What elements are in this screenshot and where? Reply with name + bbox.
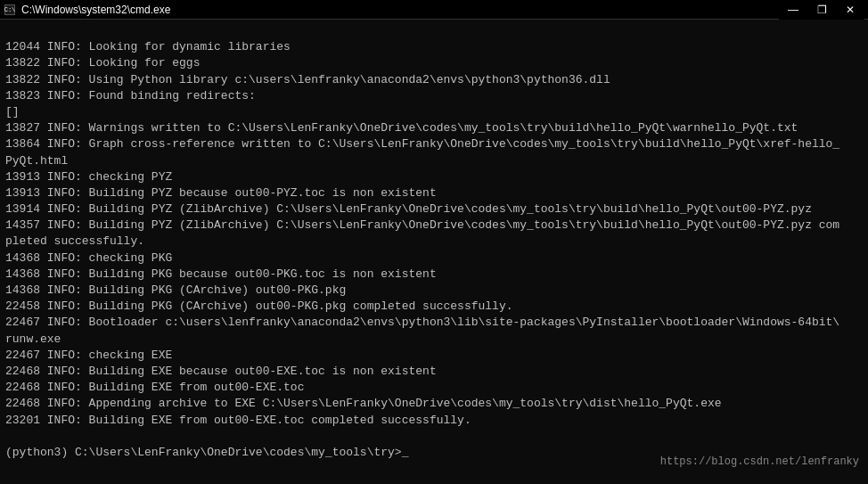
- close-button[interactable]: ✕: [836, 0, 864, 20]
- console-line: 23201 INFO: Building EXE from out00-EXE.…: [5, 413, 863, 429]
- minimize-button[interactable]: —: [779, 0, 807, 20]
- console-line: 14368 INFO: Building PKG because out00-P…: [5, 267, 863, 283]
- window-title: C:\Windows\system32\cmd.exe: [21, 4, 170, 16]
- console-line: 14368 INFO: Building PKG (CArchive) out0…: [5, 283, 863, 299]
- console-line: 22467 INFO: checking EXE: [5, 348, 863, 364]
- console-line: 13864 INFO: Graph cross-reference writte…: [5, 136, 863, 152]
- console-line: 13914 INFO: Building PYZ (ZlibArchive) C…: [5, 201, 863, 217]
- title-bar-left: C:\ C:\Windows\system32\cmd.exe: [4, 4, 170, 16]
- console-line: 14368 INFO: checking PKG: [5, 250, 863, 267]
- console-line: 22467 INFO: Bootloader c:\users\lenfrank…: [5, 315, 863, 331]
- title-bar: C:\ C:\Windows\system32\cmd.exe — ❐ ✕: [0, 0, 868, 20]
- console-line: PyQt.html: [5, 153, 863, 169]
- console-line: 12044 INFO: Looking for dynamic librarie…: [5, 39, 863, 55]
- console-line: [5, 429, 863, 445]
- console-line: 13913 INFO: Building PYZ because out00-P…: [5, 185, 863, 201]
- console-line: 22458 INFO: Building PKG (CArchive) out0…: [5, 299, 863, 315]
- console-line: 14357 INFO: Building PYZ (ZlibArchive) C…: [5, 217, 863, 234]
- console-line: 13827 INFO: Warnings written to C:\Users…: [5, 120, 863, 136]
- cmd-icon: C:\: [4, 4, 16, 16]
- console-line: 13822 INFO: Looking for eggs: [5, 55, 863, 71]
- watermark: https://blog.csdn.net/lenfranky: [660, 455, 859, 468]
- console-line: 13913 INFO: checking PYZ: [5, 169, 863, 185]
- console-line: 13823 INFO: Found binding redirects:: [5, 88, 863, 104]
- restore-button[interactable]: ❐: [807, 0, 836, 20]
- console-line: []: [5, 104, 863, 120]
- console-line: 22468 INFO: Building EXE because out00-E…: [5, 364, 863, 380]
- console-line: 22468 INFO: Building EXE from out00-EXE.…: [5, 380, 863, 396]
- window-controls: — ❐ ✕: [779, 0, 864, 20]
- console-line: 22468 INFO: Appending archive to EXE C:\…: [5, 396, 863, 412]
- console-line: runw.exe: [5, 332, 863, 348]
- console-line: pleted successfully.: [5, 234, 863, 250]
- console-line: 13822 INFO: Using Python library c:\user…: [5, 72, 863, 88]
- console-output: 12044 INFO: Looking for dynamic librarie…: [0, 20, 868, 484]
